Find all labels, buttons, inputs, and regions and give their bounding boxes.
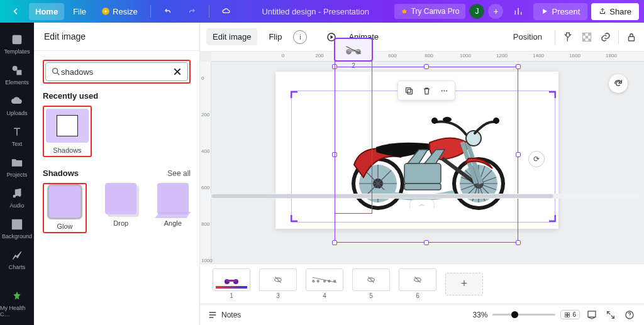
svg-rect-43 bbox=[406, 87, 411, 92]
h-scrollbar[interactable] bbox=[210, 194, 638, 199]
svg-rect-42 bbox=[408, 89, 413, 94]
fullscreen-icon[interactable] bbox=[604, 308, 618, 322]
svg-point-7 bbox=[53, 69, 58, 74]
ctx-flip[interactable]: Flip bbox=[262, 28, 288, 45]
footer-bar: Notes 33% 6 bbox=[200, 304, 644, 325]
page-thumb-6[interactable]: 6 bbox=[399, 268, 436, 299]
effect-drop[interactable]: Drop bbox=[103, 183, 139, 233]
handle-br[interactable] bbox=[516, 240, 521, 245]
svg-rect-1 bbox=[13, 35, 21, 43]
grid-view-icon[interactable] bbox=[585, 308, 599, 322]
rail-uploads[interactable]: Uploads bbox=[0, 89, 34, 120]
stage: Edit image Flip i Animate Position 0 200… bbox=[200, 23, 644, 325]
handle-bl[interactable] bbox=[332, 240, 337, 245]
page-thumb-2[interactable]: 2 bbox=[335, 38, 372, 214]
rotate-handle[interactable]: ⟳ bbox=[528, 151, 545, 167]
search-highlight bbox=[43, 60, 191, 84]
effect-glow[interactable]: Glow bbox=[46, 186, 84, 230]
effect-angle[interactable]: Angle bbox=[155, 183, 191, 233]
handle-bm[interactable] bbox=[424, 240, 429, 245]
page-thumb-3[interactable]: 3 bbox=[259, 268, 297, 299]
ctx-position[interactable]: Position bbox=[507, 28, 548, 45]
page-thumb-1[interactable]: 1 bbox=[213, 268, 250, 299]
share-button[interactable]: Share bbox=[591, 3, 639, 20]
undo-button[interactable] bbox=[157, 3, 179, 19]
svg-point-2 bbox=[13, 66, 17, 70]
doc-title[interactable]: Untitled design - Presentation bbox=[237, 7, 394, 16]
present-button[interactable]: Present bbox=[533, 3, 587, 20]
help-icon[interactable] bbox=[623, 308, 636, 322]
edit-image-panel: Edit image Recently used Shadows Shadows… bbox=[34, 23, 200, 325]
svg-point-5 bbox=[19, 194, 21, 196]
expand-pages-icon[interactable]: ︿ bbox=[409, 199, 435, 208]
rail-apps[interactable]: My Health C… bbox=[0, 284, 34, 321]
svg-point-4 bbox=[13, 196, 15, 197]
avatar[interactable]: J bbox=[469, 4, 484, 19]
rail-projects[interactable]: Projects bbox=[0, 151, 34, 182]
delete-icon[interactable] bbox=[418, 84, 435, 97]
back-button[interactable] bbox=[5, 3, 26, 19]
link-icon[interactable] bbox=[599, 31, 612, 43]
shadows-section-title: Shadows bbox=[43, 168, 79, 178]
see-all-link[interactable]: See all bbox=[167, 169, 191, 178]
svg-rect-12 bbox=[586, 35, 589, 38]
handle-mr[interactable] bbox=[516, 152, 521, 157]
recent-shadows-tile[interactable] bbox=[46, 109, 89, 143]
svg-rect-13 bbox=[582, 38, 586, 41]
search-icon bbox=[51, 67, 61, 77]
svg-rect-11 bbox=[588, 33, 591, 36]
add-page-button[interactable]: + bbox=[445, 273, 483, 295]
resize-button[interactable]: Resize bbox=[95, 3, 144, 20]
rail-audio[interactable]: Audio bbox=[0, 182, 34, 212]
effect-drop-label: Drop bbox=[113, 219, 128, 227]
top-bar: Home File Resize Untitled design - Prese… bbox=[0, 0, 644, 23]
svg-rect-67 bbox=[568, 315, 570, 317]
clear-search-icon[interactable] bbox=[172, 67, 182, 77]
ctx-info-icon[interactable]: i bbox=[293, 30, 307, 44]
floating-toolbar bbox=[397, 80, 455, 101]
more-icon[interactable] bbox=[436, 84, 452, 97]
file-menu[interactable]: File bbox=[67, 3, 92, 20]
page-strip: 1 2 3 4 5 6 + bbox=[200, 263, 644, 304]
rail-charts[interactable]: Charts bbox=[0, 243, 34, 274]
transparency-icon[interactable] bbox=[580, 31, 593, 43]
svg-point-45 bbox=[443, 90, 445, 91]
rail-templates[interactable]: Templates bbox=[0, 28, 34, 58]
rail-background[interactable]: Background bbox=[0, 212, 34, 243]
duplicate-icon[interactable] bbox=[401, 84, 417, 97]
page-thumb-4[interactable]: 4 bbox=[306, 268, 343, 299]
insights-icon[interactable] bbox=[507, 3, 530, 20]
add-member-button[interactable]: + bbox=[488, 4, 503, 19]
ctx-edit-image[interactable]: Edit image bbox=[206, 28, 257, 45]
copy-style-icon[interactable] bbox=[562, 31, 574, 43]
canvas-area[interactable]: 0 200 400 600 800 1000 1200 1400 1600 18… bbox=[200, 52, 644, 263]
search-box[interactable] bbox=[45, 62, 188, 81]
home-button[interactable]: Home bbox=[29, 3, 64, 20]
handle-tm[interactable] bbox=[424, 64, 429, 69]
svg-point-46 bbox=[446, 90, 447, 91]
glow-highlight: Glow bbox=[43, 183, 87, 233]
search-input[interactable] bbox=[61, 67, 172, 77]
rail-elements[interactable]: Elements bbox=[0, 58, 34, 89]
recent-shadows-label: Shadows bbox=[46, 146, 89, 154]
page-count-badge[interactable]: 6 bbox=[560, 310, 580, 319]
svg-rect-3 bbox=[17, 70, 21, 75]
svg-rect-66 bbox=[565, 315, 567, 317]
rail-text[interactable]: Text bbox=[0, 120, 34, 151]
redo-button[interactable] bbox=[181, 3, 203, 19]
handle-tr[interactable] bbox=[516, 64, 521, 69]
cloud-status-icon[interactable] bbox=[216, 3, 237, 19]
svg-rect-64 bbox=[565, 312, 567, 314]
zoom-label[interactable]: 33% bbox=[472, 311, 487, 319]
notes-toggle[interactable]: Notes bbox=[208, 310, 241, 320]
lock-icon[interactable] bbox=[625, 31, 638, 43]
svg-point-54 bbox=[312, 280, 314, 282]
recently-used-title: Recently used bbox=[43, 91, 191, 101]
zoom-slider[interactable] bbox=[492, 314, 555, 316]
refresh-button[interactable] bbox=[609, 74, 628, 93]
svg-rect-15 bbox=[629, 36, 635, 41]
page-thumb-5[interactable]: 5 bbox=[352, 268, 390, 299]
try-pro-button[interactable]: Try Canva Pro bbox=[394, 4, 466, 19]
svg-point-70 bbox=[629, 316, 630, 317]
svg-rect-10 bbox=[582, 33, 586, 36]
